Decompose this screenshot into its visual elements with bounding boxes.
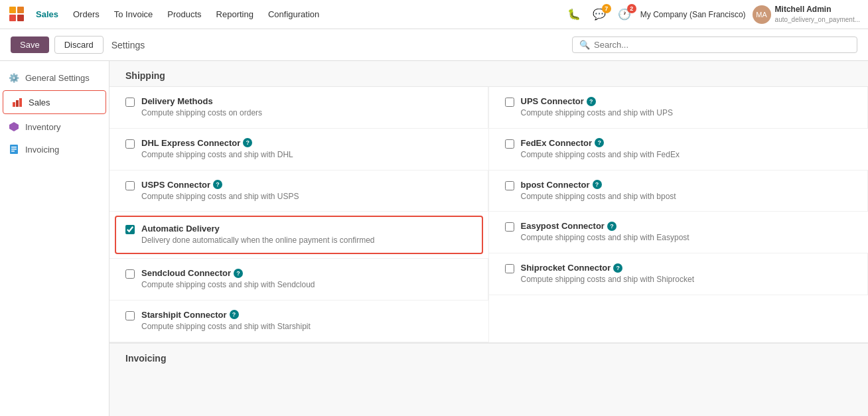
sidebar-label-inventory: Inventory [25, 122, 60, 132]
checkbox-bpost[interactable] [505, 181, 514, 190]
svg-marker-7 [9, 122, 19, 131]
checkbox-automatic-delivery[interactable] [125, 225, 135, 234]
search-box: 🔍 [572, 36, 857, 53]
setting-label-delivery-methods: Delivery Methods [141, 96, 262, 106]
setting-desc-fedex: Compute shipping costs and ship with Fed… [521, 149, 680, 161]
content: Shipping Delivery Methods Compute shippi… [109, 61, 868, 416]
svg-rect-2 [9, 15, 16, 21]
setting-label-fedex: FedEx Connector ? [521, 138, 680, 148]
search-input[interactable] [594, 40, 850, 50]
setting-sendcloud: Sendcloud Connector ? Compute shipping c… [109, 259, 488, 301]
help-icon-shiprocket[interactable]: ? [613, 263, 622, 273]
setting-desc-dhl: Compute shipping costs and ship with DHL [141, 149, 293, 161]
setting-label-shiprocket: Shiprocket Connector ? [521, 263, 694, 273]
setting-desc-shiprocket: Compute shipping costs and ship with Shi… [521, 274, 694, 285]
help-icon-usps[interactable]: ? [213, 180, 222, 189]
inventory-icon [8, 121, 20, 133]
user-details: Mitchell Admin auto_delivery_on_payment.… [775, 5, 860, 24]
invoicing-title: Invoicing [125, 353, 852, 364]
help-icon-dhl[interactable]: ? [243, 138, 252, 147]
setting-label-starshipit: Starshipit Connector ? [141, 310, 311, 320]
svg-rect-5 [16, 100, 19, 107]
setting-shiprocket: Shiprocket Connector ? Compute shipping … [489, 253, 869, 295]
setting-desc-starshipit: Compute shipping costs and ship with Sta… [141, 321, 311, 332]
checkbox-delivery-methods[interactable] [125, 98, 135, 107]
bug-icon-btn[interactable]: 🐛 [565, 5, 583, 23]
avatar: MA [753, 5, 771, 24]
checkbox-starshipit[interactable] [125, 311, 135, 320]
svg-rect-3 [17, 15, 24, 21]
invoicing-section: Invoicing [109, 343, 868, 369]
nav-item-sales[interactable]: Sales [29, 7, 65, 22]
sidebar-label-general: General Settings [25, 73, 90, 83]
general-icon: ⚙️ [8, 72, 20, 84]
checkbox-dhl[interactable] [125, 139, 135, 149]
setting-desc-automatic-delivery: Delivery done automatically when the onl… [141, 235, 375, 246]
nav-item-orders[interactable]: Orders [66, 7, 106, 22]
sidebar-item-general[interactable]: ⚙️ General Settings [0, 66, 109, 89]
sidebar: ⚙️ General Settings Sales Inventory Invo… [0, 61, 109, 416]
save-button[interactable]: Save [11, 36, 49, 53]
setting-dhl: DHL Express Connector ? Compute shipping… [109, 129, 488, 171]
checkbox-easypost[interactable] [505, 222, 514, 232]
activity-btn[interactable]: 🕐 2 [615, 5, 634, 23]
help-icon-bpost[interactable]: ? [593, 180, 602, 189]
search-icon: 🔍 [579, 40, 590, 50]
svg-rect-4 [13, 102, 15, 107]
checkbox-shiprocket[interactable] [505, 264, 514, 273]
svg-rect-0 [9, 7, 16, 13]
sidebar-item-invoicing[interactable]: Invoicing [0, 138, 109, 161]
setting-label-usps: USPS Connector ? [141, 180, 299, 190]
setting-label-easypost: Easypost Connector ? [521, 221, 689, 231]
nav-item-to-invoice[interactable]: To Invoice [108, 7, 160, 22]
setting-desc-delivery-methods: Compute shipping costs on orders [141, 107, 262, 119]
messages-btn[interactable]: 💬 7 [590, 5, 609, 23]
setting-label-dhl: DHL Express Connector ? [141, 138, 293, 148]
help-icon-fedex[interactable]: ? [595, 138, 604, 147]
checkbox-sendcloud[interactable] [125, 269, 135, 279]
sidebar-label-sales: Sales [29, 98, 50, 107]
nav-logo[interactable] [8, 5, 27, 24]
sales-icon [11, 96, 23, 108]
shipping-title: Shipping [109, 61, 868, 87]
sidebar-label-invoicing: Invoicing [25, 145, 59, 155]
svg-rect-6 [19, 98, 22, 107]
setting-desc-bpost: Compute shipping costs and ship with bpo… [521, 191, 676, 202]
sidebar-item-sales[interactable]: Sales [3, 90, 106, 114]
help-icon-easypost[interactable]: ? [607, 222, 616, 231]
setting-label-sendcloud: Sendcloud Connector ? [141, 268, 315, 278]
checkbox-usps[interactable] [125, 181, 135, 190]
help-icon-starshipit[interactable]: ? [230, 310, 239, 319]
setting-starshipit: Starshipit Connector ? Compute shipping … [109, 301, 488, 342]
svg-rect-1 [17, 7, 24, 13]
setting-easypost: Easypost Connector ? Compute shipping co… [489, 212, 869, 253]
top-nav: Sales Orders To Invoice Products Reporti… [0, 0, 868, 29]
setting-desc-usps: Compute shipping costs and ship with USP… [141, 191, 299, 202]
settings-label: Settings [111, 40, 145, 50]
checkbox-fedex[interactable] [505, 139, 514, 149]
nav-item-configuration[interactable]: Configuration [261, 7, 326, 22]
setting-automatic-delivery: Automatic Delivery Delivery done automat… [109, 212, 488, 259]
invoicing-icon [8, 143, 20, 155]
user-menu[interactable]: MA Mitchell Admin auto_delivery_on_payme… [753, 5, 860, 24]
setting-ups: UPS Connector ? Compute shipping costs a… [489, 87, 869, 129]
setting-desc-sendcloud: Compute shipping costs and ship with Sen… [141, 279, 315, 291]
checkbox-ups[interactable] [505, 98, 514, 107]
setting-bpost: bpost Connector ? Compute shipping costs… [489, 171, 869, 212]
sidebar-item-inventory[interactable]: Inventory [0, 115, 109, 138]
shipping-section: Shipping Delivery Methods Compute shippi… [109, 61, 868, 343]
svg-rect-9 [11, 147, 17, 148]
svg-rect-11 [11, 151, 15, 152]
svg-rect-10 [11, 149, 17, 150]
setting-label-ups: UPS Connector ? [521, 96, 673, 106]
help-icon-sendcloud[interactable]: ? [234, 269, 243, 278]
nav-item-products[interactable]: Products [161, 7, 208, 22]
activity-badge: 2 [627, 4, 636, 13]
discard-button[interactable]: Discard [54, 36, 104, 54]
company-name: My Company (San Francisco) [640, 10, 746, 19]
help-icon-ups[interactable]: ? [587, 97, 596, 106]
setting-desc-easypost: Compute shipping costs and ship with Eas… [521, 232, 689, 243]
setting-delivery-methods: Delivery Methods Compute shipping costs … [109, 87, 488, 129]
nav-item-reporting[interactable]: Reporting [210, 7, 260, 22]
setting-label-bpost: bpost Connector ? [521, 180, 676, 190]
